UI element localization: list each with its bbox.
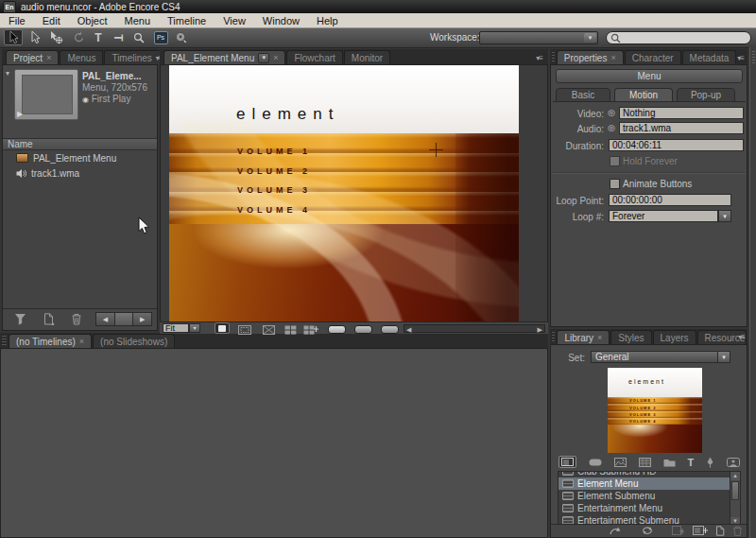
search-input[interactable] <box>606 31 751 44</box>
panel-menu-icon[interactable]: ▾≡ <box>738 333 745 341</box>
edit-in-photoshop-button[interactable]: Ps <box>151 29 170 45</box>
scroll-up-icon[interactable]: ▲ <box>730 472 740 480</box>
menu-object[interactable]: Object <box>69 13 116 27</box>
scroll-right-icon[interactable]: ▶ <box>538 325 542 334</box>
show-preview-x-button[interactable] <box>259 323 278 336</box>
duration-field[interactable]: 00:04:06:11 <box>609 139 744 151</box>
play-icon[interactable]: ▶ <box>17 110 23 118</box>
filter-menus-icon[interactable] <box>558 456 576 468</box>
audio-pickwhip-icon[interactable]: ◎ <box>608 123 615 132</box>
new-style-icon[interactable] <box>672 526 684 535</box>
zoom-dropdown-icon[interactable]: ▾ <box>189 323 200 333</box>
close-icon[interactable]: × <box>597 334 602 342</box>
menu-menu[interactable]: Menu <box>116 13 160 27</box>
scroll-left-icon[interactable]: ◀ <box>406 325 411 334</box>
text-tool-button[interactable]: T <box>89 29 108 45</box>
column-header-name[interactable]: Name <box>3 138 157 150</box>
set-dropdown[interactable]: General <box>591 351 730 363</box>
zoom-level-value[interactable]: Fit <box>163 323 189 333</box>
loop-count-dropdown-icon[interactable]: ▾ <box>718 210 731 222</box>
tab-flowchart[interactable]: Flowchart <box>286 50 342 64</box>
trash-icon[interactable] <box>71 313 82 325</box>
loop-count-field[interactable]: Forever <box>609 210 718 222</box>
tab-menu-editor[interactable]: PAL_Element Menu ▾ × <box>163 50 285 64</box>
tab-monitor[interactable]: Monitor <box>344 50 390 64</box>
guides-button[interactable] <box>235 323 254 336</box>
menu-button-volume4[interactable]: VOLUME 4 <box>237 205 311 215</box>
library-row-element-menu[interactable]: Element Menu <box>558 477 740 490</box>
normal-subpicture-button[interactable] <box>328 325 346 334</box>
direct-select-tool-button[interactable] <box>26 29 44 45</box>
menu-timeline[interactable]: Timeline <box>159 13 215 27</box>
tab-library[interactable]: Library × <box>557 330 610 344</box>
filter-shapes-icon[interactable] <box>706 457 714 468</box>
move-tool-button[interactable] <box>47 29 66 45</box>
panel-menu-icon[interactable]: ▾≡ <box>536 54 548 64</box>
close-icon[interactable]: × <box>610 54 615 62</box>
menu-button-volume2[interactable]: VOLUME 2 <box>237 166 311 176</box>
button-routing-button[interactable] <box>281 323 300 336</box>
filter-layer-sets-icon[interactable] <box>663 458 676 467</box>
menu-window[interactable]: Window <box>254 13 308 27</box>
tab-no-timelines[interactable]: (no Timelines) × <box>9 334 92 348</box>
tab-properties[interactable]: Properties × <box>557 50 624 64</box>
video-pickwhip-icon[interactable]: ◎ <box>608 108 615 117</box>
library-row-element-submenu[interactable]: Element Submenu <box>558 490 740 502</box>
menu-button-volume1[interactable]: VOLUME 1 <box>237 147 311 156</box>
scrollbar-thumb[interactable] <box>731 481 739 500</box>
rotate-tool-button[interactable] <box>69 29 88 45</box>
filter-funnel-icon[interactable] <box>14 313 26 325</box>
filter-text-icon[interactable]: T <box>687 457 694 468</box>
trash-icon[interactable] <box>732 526 743 536</box>
prev-button[interactable]: ◀ <box>95 312 115 326</box>
tab-metadata[interactable]: Metadata <box>682 50 737 64</box>
selection-tool-button[interactable] <box>4 29 23 45</box>
list-item-menu[interactable]: PAL_Element Menu <box>3 150 157 165</box>
filter-replacement-layers-icon[interactable] <box>727 458 740 467</box>
zoom-tool-button[interactable] <box>129 29 148 45</box>
tab-menus[interactable]: Menus <box>60 50 103 64</box>
tab-layers[interactable]: Layers <box>653 330 696 344</box>
close-icon[interactable]: × <box>79 338 84 346</box>
vertical-text-tool-button[interactable]: T <box>109 29 128 45</box>
subtab-basic[interactable]: Basic <box>556 88 610 102</box>
tab-dropdown-icon[interactable]: ▾ <box>258 53 269 63</box>
activated-subpicture-button[interactable] <box>381 325 399 334</box>
menu-view[interactable]: View <box>215 13 254 27</box>
menu-file[interactable]: File <box>0 13 34 27</box>
close-icon[interactable]: × <box>273 54 278 62</box>
workspace-dropdown[interactable]: ▾ <box>479 31 598 44</box>
close-icon[interactable]: × <box>46 54 51 62</box>
tab-no-slideshows[interactable]: (no Slideshows) <box>93 334 175 348</box>
place-icon[interactable] <box>610 526 622 535</box>
new-button-routing-button[interactable] <box>301 323 320 336</box>
tab-styles[interactable]: Styles <box>610 330 651 344</box>
next-button[interactable]: ▶ <box>133 312 152 326</box>
build-project-button[interactable] <box>172 29 191 45</box>
subtab-popup[interactable]: Pop-up <box>677 88 735 102</box>
audio-field[interactable]: track1.wma <box>619 122 744 134</box>
library-row-club-submenu-hd[interactable]: Club Submenu HD <box>558 471 740 477</box>
replace-icon[interactable] <box>642 526 653 535</box>
video-field[interactable]: Nothing <box>619 107 744 119</box>
filter-backgrounds-icon[interactable] <box>639 458 651 467</box>
library-row-entertainment-menu[interactable]: Entertainment Menu <box>558 502 740 514</box>
menu-button-volume3[interactable]: VOLUME 3 <box>237 185 311 195</box>
menu-preview-canvas[interactable]: element VOLUME 1 VOLUME 2 VOLUME 3 VOLUM… <box>169 65 519 322</box>
tab-character[interactable]: Character <box>625 50 681 64</box>
panel-grip[interactable] <box>552 52 555 63</box>
new-item-icon[interactable] <box>43 313 55 325</box>
safe-area-button[interactable] <box>215 322 230 334</box>
horizontal-scrollbar[interactable]: ◀ ▶ <box>404 324 545 333</box>
animate-buttons-checkbox[interactable] <box>610 179 620 189</box>
selected-subpicture-button[interactable] <box>354 325 372 334</box>
new-menu-icon[interactable] <box>693 526 708 535</box>
vertical-scrollbar[interactable]: ▲ ▼ <box>730 472 740 526</box>
loop-point-field[interactable]: 00:00:00:00 <box>609 194 731 206</box>
dock-strip[interactable] <box>749 47 756 538</box>
set-dropdown-icon[interactable]: ▾ <box>717 351 730 363</box>
subtab-motion[interactable]: Motion <box>614 88 673 102</box>
menu-help[interactable]: Help <box>308 13 347 27</box>
menu-title-text[interactable]: element <box>236 105 339 124</box>
title-bar[interactable]: En audio menu.ncor - Adobe Encore CS4 <box>0 0 756 13</box>
